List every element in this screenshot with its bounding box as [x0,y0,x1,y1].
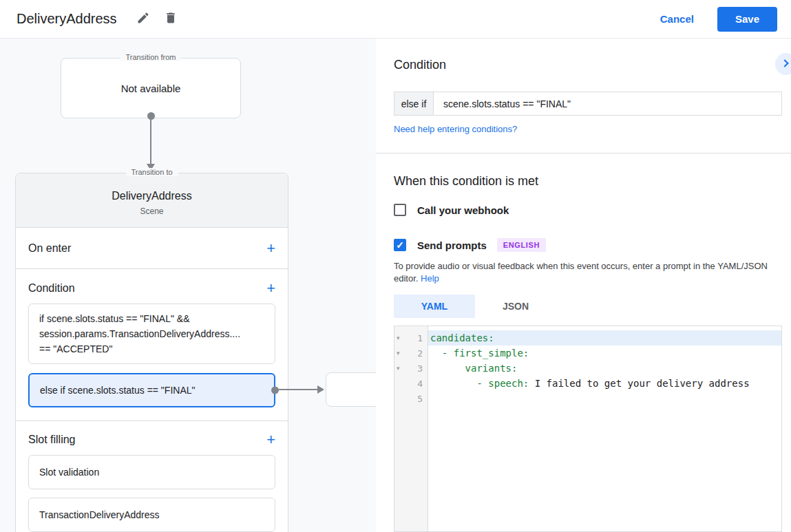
transition-to-label: Transition to [125,168,178,176]
transition-from-value: Not available [121,83,181,94]
on-enter-section[interactable]: On enter + [16,228,288,269]
top-bar: DeliveryAddress Cancel Save [0,0,791,39]
fold-icon[interactable]: ▾ [394,334,405,341]
connector-dot [271,387,279,394]
line-number: 5 [405,394,428,404]
condition-if-line1: if scene.slots.status == "FINAL" && [39,311,264,326]
editor-tabs: YAML JSON [394,295,556,318]
collapse-panel-button[interactable] [775,53,791,75]
editor-gutter: ▾ 1 ▾ 2 ▾ 3 4 5 [394,326,428,531]
slot-item-validation[interactable]: Slot validation [28,455,275,489]
scene-card: Transition to DeliveryAddress Scene On e… [15,173,288,532]
gutter-row: ▾ 3 [394,361,428,376]
prompt-help-link[interactable]: Help [421,273,439,284]
prompt-description: To provide audio or visual feedback when… [394,260,777,284]
slot-item-transaction-delivery-address[interactable]: TransactionDeliveryAddress [28,498,275,532]
line-number: 4 [405,379,428,389]
gutter-row: ▾ 2 [394,345,428,361]
call-webhook-label: Call your webhook [417,204,509,216]
code-line [428,391,781,406]
save-button[interactable]: Save [717,7,777,32]
transition-from-box: Transition from Not available [61,58,241,118]
call-webhook-checkbox[interactable] [394,204,406,216]
scene-editor-app: DeliveryAddress Cancel Save Transition f… [0,0,791,532]
condition-item-else-selected[interactable]: else if scene.slots.status == "FINAL" [28,373,275,407]
slot-filling-section: Slot filling + Slot validation Transacti… [16,421,288,532]
prompt-description-text: To provide audio or visual feedback when… [394,261,768,284]
gutter-row: ▾ 1 [394,330,428,345]
on-enter-title: On enter [28,242,71,255]
condition-expression-input[interactable]: scene.slots.status == "FINAL" [434,92,781,115]
call-webhook-row: Call your webhook [394,204,509,216]
when-condition-met-title: When this condition is met [394,174,538,189]
condition-if-line3: == "ACCEPTED" [39,341,264,357]
add-condition-icon[interactable]: + [266,281,275,295]
send-prompts-label: Send prompts [417,240,487,251]
language-badge: ENGLISH [497,238,546,252]
yaml-value: I failed to get your delivery address [529,378,749,389]
check-icon: ✓ [396,240,404,250]
slot-filling-title: Slot filling [28,434,75,446]
code-line: - speech: I failed to get your delivery … [428,376,781,391]
divider [376,153,791,153]
transition-from-label: Transition from [120,53,182,61]
send-prompts-row: ✓ Send prompts ENGLISH [394,238,546,252]
transition-target-box[interactable] [326,372,376,407]
slot-filling-header: Slot filling + [28,430,275,449]
connector-line [150,118,151,164]
panel-title: Condition [394,58,446,72]
condition-detail-panel: Condition else if scene.slots.status == … [376,39,791,532]
condition-expression-field: else if scene.slots.status == "FINAL" [394,92,782,116]
tab-yaml[interactable]: YAML [394,295,475,318]
page-title: DeliveryAddress [17,11,117,27]
line-number: 3 [405,363,428,374]
add-slot-icon[interactable]: + [266,433,275,447]
arrow-right-icon [317,385,324,394]
trash-icon [164,11,178,27]
chevron-right-icon [781,59,788,67]
add-on-enter-icon[interactable]: + [266,242,275,255]
gutter-row: 5 [394,391,428,406]
scene-card-header: DeliveryAddress Scene [16,173,288,228]
scene-name: DeliveryAddress [112,190,191,202]
condition-section: Condition + if scene.slots.status == "FI… [16,269,288,421]
connector-line [279,389,320,390]
line-number: 2 [405,348,428,359]
condition-item-if[interactable]: if scene.slots.status == "FINAL" && sess… [28,304,275,364]
scene-type-label: Scene [140,206,163,216]
yaml-key: candidates: [430,332,494,343]
editor-code-area[interactable]: candidates: - first_simple: variants: - … [428,326,781,531]
code-line: variants: [428,361,781,376]
cancel-button[interactable]: Cancel [660,13,694,25]
flow-canvas: Transition from Not available Transition… [0,39,376,532]
condition-title: Condition [28,282,75,295]
conditions-help-link[interactable]: Need help entering conditions? [394,124,517,134]
yaml-code-editor[interactable]: ▾ 1 ▾ 2 ▾ 3 4 5 [394,326,782,532]
code-line: - first_simple: [428,345,781,361]
condition-if-line2: session.params.TransactionDeliveryAddres… [39,326,264,341]
fold-icon[interactable]: ▾ [394,365,405,372]
condition-else-text: else if scene.slots.status == "FINAL" [40,383,264,398]
code-line-active: candidates: [428,330,781,345]
gutter-row: 4 [394,376,428,391]
condition-section-header: Condition + [28,279,275,298]
yaml-key: - speech: [430,378,529,389]
line-number: 1 [405,333,428,343]
send-prompts-checkbox[interactable]: ✓ [394,239,406,251]
condition-prefix-label: else if [394,92,434,115]
pencil-icon [136,11,150,27]
edit-name-button[interactable] [132,8,154,30]
fold-icon[interactable]: ▾ [394,350,405,357]
tab-json[interactable]: JSON [475,295,556,318]
yaml-key: - first_simple: [430,348,529,359]
yaml-key: variants: [430,363,517,374]
delete-scene-button[interactable] [160,8,182,30]
